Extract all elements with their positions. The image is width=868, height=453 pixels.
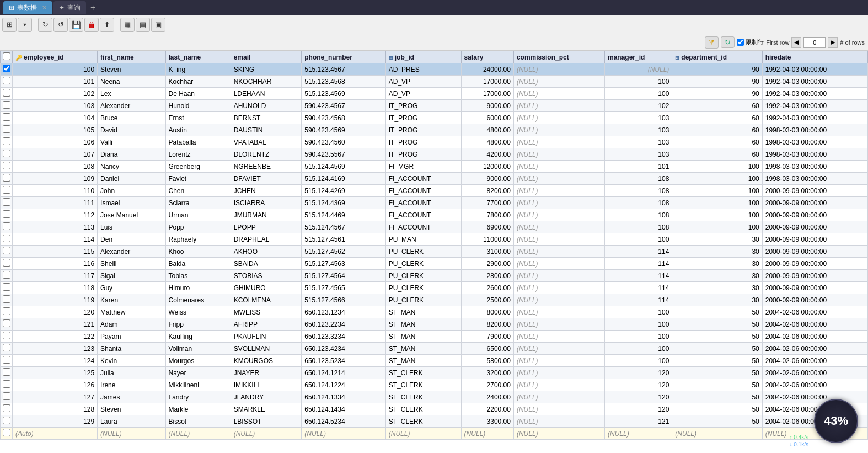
col-header-manager_id[interactable]: manager_id	[604, 51, 672, 63]
row-checkbox-cell-11[interactable]	[1, 197, 13, 209]
row-checkbox-cell-24[interactable]	[1, 355, 13, 367]
auto-row-cb[interactable]	[1, 428, 13, 440]
col-header-employee_id[interactable]: 🔑employee_id	[13, 51, 98, 63]
row-checkbox-23[interactable]	[3, 344, 10, 351]
table-row[interactable]: 120 Matthew Weiss MWEISS 650.123.1234 ST…	[1, 306, 868, 318]
row-checkbox-8[interactable]	[3, 162, 10, 169]
table-row[interactable]: 123 Shanta Vollman SVOLLMAN 650.123.4234…	[1, 343, 868, 355]
table-row[interactable]: 112 Jose Manuel Urman JMURMAN 515.124.44…	[1, 209, 868, 221]
table-row[interactable]: 105 David Austin DAUSTIN 590.423.4569 IT…	[1, 124, 868, 136]
select-all-checkbox[interactable]	[3, 52, 10, 60]
btn-export[interactable]: ⬆	[100, 18, 114, 32]
limit-row-checkbox[interactable]	[737, 39, 744, 46]
row-checkbox-cell-4[interactable]	[1, 112, 13, 124]
col-header-email[interactable]: email	[231, 51, 302, 63]
auto-row[interactable]: (Auto) (NULL) (NULL) (NULL) (NULL) (NULL…	[1, 428, 868, 440]
table-row[interactable]: 126 Irene Mikkilineni IMIKKILI 650.124.1…	[1, 379, 868, 391]
btn-refresh2[interactable]: ↺	[53, 18, 68, 32]
table-row[interactable]: 122 Payam Kaufling PKAUFLIN 650.123.3234…	[1, 331, 868, 343]
table-row[interactable]: 116 Shelli Baida SBAIDA 515.127.4563 PU_…	[1, 258, 868, 270]
row-checkbox-9[interactable]	[3, 174, 10, 182]
table-row[interactable]: 110 John Chen JCHEN 515.124.4269 FI_ACCO…	[1, 185, 868, 197]
table-row[interactable]: 109 Daniel Faviet DFAVIET 515.124.4169 F…	[1, 173, 868, 185]
row-checkbox-11[interactable]	[3, 198, 10, 206]
col-header-commission_pct[interactable]: commission_pct	[513, 51, 604, 63]
col-header-department_id[interactable]: ⊞department_id	[672, 51, 762, 63]
table-row[interactable]: 125 Julia Nayer JNAYER 650.124.1214 ST_C…	[1, 367, 868, 379]
table-row[interactable]: 127 James Landry JLANDRY 650.124.1334 ST…	[1, 391, 868, 403]
row-checkbox-cell-15[interactable]	[1, 246, 13, 258]
table-row[interactable]: 106 Valli Pataballa VPATABAL 590.423.456…	[1, 136, 868, 148]
row-checkbox-cell-13[interactable]	[1, 221, 13, 233]
table-row[interactable]: 111 Ismael Sciarra ISCIARRA 515.124.4369…	[1, 197, 868, 209]
table-row[interactable]: 119 Karen Colmenares KCOLMENA 515.127.45…	[1, 294, 868, 306]
col-header-first_name[interactable]: first_name	[98, 51, 165, 63]
btn-table-view[interactable]: ▦	[120, 18, 135, 32]
btn-dropdown[interactable]: ▼	[18, 18, 32, 32]
row-checkbox-cell-0[interactable]	[1, 63, 13, 76]
btn-refresh[interactable]: ↻	[38, 18, 52, 32]
row-checkbox-17[interactable]	[3, 271, 10, 279]
table-row[interactable]: 104 Bruce Ernst BERNST 590.423.4568 IT_P…	[1, 112, 868, 124]
table-container[interactable]: 🔑employee_id first_name last_name email …	[0, 51, 868, 453]
col-header-last_name[interactable]: last_name	[165, 51, 231, 63]
row-checkbox-22[interactable]	[3, 332, 10, 339]
row-checkbox-10[interactable]	[3, 186, 10, 194]
table-row[interactable]: 117 Sigal Tobias STOBIAS 515.127.4564 PU…	[1, 270, 868, 282]
row-checkbox-cell-17[interactable]	[1, 270, 13, 282]
row-checkbox-5[interactable]	[3, 125, 10, 133]
row-checkbox-0[interactable]	[3, 65, 10, 72]
refresh-button[interactable]: ↻	[721, 36, 735, 48]
nav-next-button[interactable]: ▶	[828, 37, 838, 48]
table-row[interactable]: 118 Guy Himuro GHIMURO 515.127.4565 PU_C…	[1, 282, 868, 294]
table-row[interactable]: 102 Lex De Haan LDEHAAN 515.123.4569 AD_…	[1, 88, 868, 100]
row-checkbox-cell-2[interactable]	[1, 88, 13, 100]
table-row[interactable]: 115 Alexander Khoo AKHOO 515.127.4562 PU…	[1, 246, 868, 258]
row-checkbox-12[interactable]	[3, 210, 10, 218]
btn-delete[interactable]: 🗑	[84, 18, 99, 32]
btn-save[interactable]: 💾	[69, 18, 83, 32]
row-checkbox-19[interactable]	[3, 295, 10, 303]
row-checkbox-cell-12[interactable]	[1, 209, 13, 221]
col-header-phone_number[interactable]: phone_number	[302, 51, 385, 63]
table-row[interactable]: 103 Alexander Hunold AHUNOLD 590.423.456…	[1, 100, 868, 112]
row-checkbox-3[interactable]	[3, 101, 10, 109]
tab-tabledata-close[interactable]: ✕	[42, 4, 47, 12]
row-checkbox-cell-18[interactable]	[1, 282, 13, 294]
row-checkbox-cell-5[interactable]	[1, 124, 13, 136]
row-checkbox-cell-14[interactable]	[1, 233, 13, 246]
col-header-salary[interactable]: salary	[461, 51, 513, 63]
add-tab-button[interactable]: +	[87, 3, 99, 13]
row-checkbox-27[interactable]	[3, 392, 10, 400]
table-row[interactable]: 114 Den Raphaely DRAPHEAL 515.127.4561 P…	[1, 233, 868, 246]
col-header-hiredate[interactable]: hiredate	[762, 51, 867, 63]
row-checkbox-1[interactable]	[3, 77, 10, 84]
row-checkbox-2[interactable]	[3, 89, 10, 97]
table-row[interactable]: 101 Neena Kochhar NKOCHHAR 515.123.4568 …	[1, 76, 868, 88]
row-checkbox-6[interactable]	[3, 137, 10, 145]
table-row[interactable]: 128 Steven Markle SMARKLE 650.124.1434 S…	[1, 403, 868, 415]
filter-button[interactable]: ⧩	[705, 36, 719, 49]
row-checkbox-cell-20[interactable]	[1, 306, 13, 318]
row-checkbox-28[interactable]	[3, 404, 10, 412]
table-row[interactable]: 129 Laura Bissot LBISSOT 650.124.5234 ST…	[1, 415, 868, 428]
row-checkbox-4[interactable]	[3, 113, 10, 121]
row-checkbox-cell-6[interactable]	[1, 136, 13, 148]
row-checkbox-cell-27[interactable]	[1, 391, 13, 403]
table-row[interactable]: 100 Steven K_ing SKING 515.123.4567 AD_P…	[1, 63, 868, 76]
row-checkbox-14[interactable]	[3, 235, 10, 242]
btn-detail-view[interactable]: ▣	[151, 18, 165, 32]
col-header-job_id[interactable]: ⊞job_id	[385, 51, 461, 63]
row-checkbox-18[interactable]	[3, 283, 10, 291]
table-row[interactable]: 124 Kevin Mourgos KMOURGOS 650.123.5234 …	[1, 355, 868, 367]
row-checkbox-20[interactable]	[3, 307, 10, 315]
row-checkbox-16[interactable]	[3, 259, 10, 267]
auto-row-checkbox[interactable]	[3, 429, 10, 436]
row-checkbox-25[interactable]	[3, 368, 10, 376]
row-checkbox-cell-7[interactable]	[1, 148, 13, 161]
tab-query[interactable]: ✦ 查询	[53, 1, 86, 14]
table-row[interactable]: 121 Adam Fripp AFRIPP 650.123.2234 ST_MA…	[1, 318, 868, 331]
btn-grid[interactable]: ⊞	[2, 18, 17, 32]
row-checkbox-cell-29[interactable]	[1, 415, 13, 428]
table-row[interactable]: 107 Diana Lorentz DLORENTZ 590.423.5567 …	[1, 148, 868, 161]
